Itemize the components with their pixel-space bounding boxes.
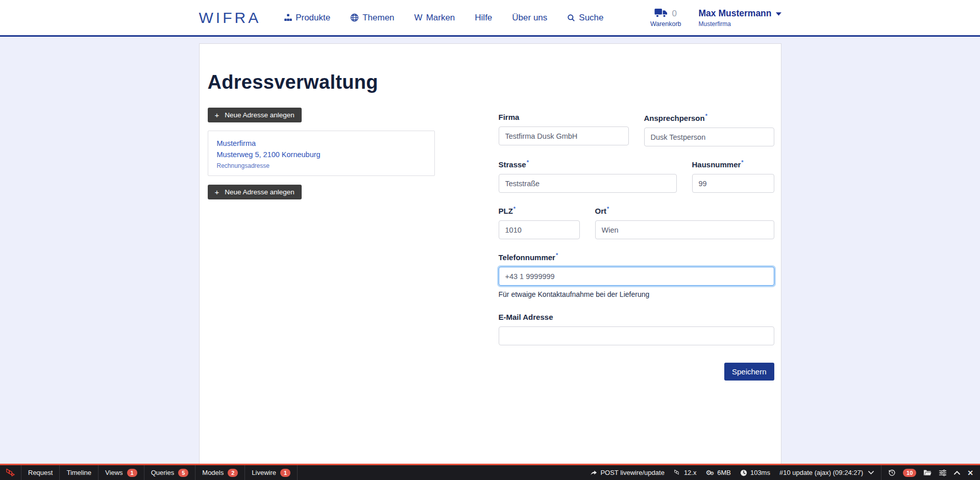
chevron-down-icon xyxy=(776,9,781,18)
telefonnummer-field-group: Telefonnummer* Für etwaige Kontaktaufnah… xyxy=(499,252,774,298)
nav-item-themen[interactable]: Themen xyxy=(350,13,394,23)
folder-icon[interactable] xyxy=(923,469,932,476)
required-asterisk: * xyxy=(556,252,558,258)
requests-dropdown-chevron-icon[interactable] xyxy=(868,471,874,474)
ort-field-group: Ort* xyxy=(595,206,774,239)
clock-icon xyxy=(740,469,747,476)
w-brand-icon: W xyxy=(414,13,423,23)
plus-icon: + xyxy=(215,111,219,119)
debug-request-method[interactable]: POST livewire/update xyxy=(590,469,665,476)
new-address-button-bottom[interactable]: + Neue Adresse anlegen xyxy=(208,185,302,199)
ansprechperson-input[interactable] xyxy=(644,128,774,146)
laravel-icon xyxy=(0,465,21,480)
ansprechperson-label: Ansprechperson* xyxy=(644,113,774,122)
strasse-field-group: Strasse* xyxy=(499,159,677,193)
email-field-group: E-Mail Adresse xyxy=(499,313,774,345)
ort-input[interactable] xyxy=(595,220,774,239)
search-icon xyxy=(567,14,575,22)
debug-tab-views[interactable]: Views 1 xyxy=(99,465,144,480)
plus-icon: + xyxy=(215,188,219,196)
hausnummer-field-group: Hausnummer* xyxy=(692,159,774,193)
views-badge: 1 xyxy=(127,469,137,477)
ort-label: Ort* xyxy=(595,206,774,215)
required-asterisk: * xyxy=(705,113,707,119)
livewire-badge: 1 xyxy=(280,469,290,477)
required-asterisk: * xyxy=(527,159,529,165)
address-name: Musterfirma xyxy=(217,138,426,149)
address-form: Firma Ansprechperson* Strasse* Hausnumme xyxy=(499,108,774,381)
plz-field-group: PLZ* xyxy=(499,206,580,239)
settings-sliders-icon[interactable] xyxy=(939,469,947,476)
laravel-debugbar: Request Timeline Views 1 Queries 5 Model… xyxy=(0,464,980,480)
ansprechperson-field-group: Ansprechperson* xyxy=(644,113,774,146)
debug-tab-models[interactable]: Models 2 xyxy=(195,465,245,480)
debug-memory-usage: ⚙⚙ 6MB xyxy=(705,469,730,476)
debug-tab-livewire[interactable]: Livewire 1 xyxy=(245,465,298,480)
strasse-label: Strasse* xyxy=(499,159,677,169)
required-asterisk: * xyxy=(513,206,516,212)
required-asterisk: * xyxy=(741,159,743,165)
history-icon[interactable] xyxy=(888,469,896,476)
gears-icon: ⚙⚙ xyxy=(705,469,714,476)
sitemap-icon xyxy=(284,14,292,21)
address-list-column: + Neue Adresse anlegen Musterfirma Muste… xyxy=(208,108,435,381)
debug-laravel-version: 12.x xyxy=(674,469,697,476)
history-count-badge: 10 xyxy=(903,469,916,477)
cart-label: Warenkorb xyxy=(650,20,681,28)
queries-badge: 5 xyxy=(178,469,188,477)
email-label: E-Mail Adresse xyxy=(499,313,774,321)
save-button[interactable]: Speichern xyxy=(724,363,774,381)
cart-count: 0 xyxy=(672,9,676,19)
content-card: Adressverwaltung + Neue Adresse anlegen … xyxy=(199,43,781,464)
firma-label: Firma xyxy=(499,113,629,121)
user-name: Max Mustermann xyxy=(699,8,772,19)
nav-item-suche[interactable]: Suche xyxy=(567,13,603,23)
nav-item-hilfe[interactable]: Hilfe xyxy=(475,13,492,23)
laravel-version-icon xyxy=(674,469,681,476)
nav-item-marken[interactable]: W Marken xyxy=(414,13,455,23)
email-input[interactable] xyxy=(499,326,774,345)
debug-tab-queries[interactable]: Queries 5 xyxy=(144,465,196,480)
debug-request-time: 103ms xyxy=(740,469,770,476)
hausnummer-input[interactable] xyxy=(692,174,774,193)
plz-input[interactable] xyxy=(499,220,580,239)
close-icon[interactable]: ✕ xyxy=(967,469,973,477)
plz-label: PLZ* xyxy=(499,206,580,215)
nav-item-produkte[interactable]: Produkte xyxy=(284,13,330,23)
telefonnummer-input[interactable] xyxy=(499,267,774,286)
debug-current-request[interactable]: #10 update (ajax) (09:24:27) xyxy=(779,469,863,476)
telefonnummer-label: Telefonnummer* xyxy=(499,252,774,262)
address-street: Musterweg 5, 2100 Korneuburg xyxy=(217,149,426,160)
chevron-up-icon[interactable] xyxy=(954,471,960,475)
main-nav: Produkte Themen W Marken Hilfe Über uns xyxy=(284,13,603,23)
debug-tab-timeline[interactable]: Timeline xyxy=(60,465,99,480)
models-badge: 2 xyxy=(228,469,238,477)
user-company: Musterfirma xyxy=(699,20,781,28)
page-background: Adressverwaltung + Neue Adresse anlegen … xyxy=(0,37,980,464)
globe-icon xyxy=(350,13,359,22)
required-asterisk: * xyxy=(607,206,609,212)
new-address-button-top[interactable]: + Neue Adresse anlegen xyxy=(208,108,302,122)
cart-button[interactable]: 0 Warenkorb xyxy=(650,8,681,28)
hausnummer-label: Hausnummer* xyxy=(692,159,774,169)
debug-tab-request[interactable]: Request xyxy=(21,465,60,480)
firma-field-group: Firma xyxy=(499,113,629,146)
nav-item-ueber-uns[interactable]: Über uns xyxy=(512,13,547,23)
page-title: Adressverwaltung xyxy=(208,71,773,93)
firma-input[interactable] xyxy=(499,127,629,145)
truck-icon xyxy=(654,8,668,20)
share-icon xyxy=(590,469,597,476)
strasse-input[interactable] xyxy=(499,174,677,193)
address-type-badge: Rechnungsadresse xyxy=(217,162,426,169)
user-menu[interactable]: Max Mustermann Musterfirma xyxy=(699,8,781,28)
wifra-logo[interactable]: WIFRA xyxy=(199,9,261,27)
address-card[interactable]: Musterfirma Musterweg 5, 2100 Korneuburg… xyxy=(208,131,435,176)
site-header: WIFRA Produkte Themen W Marken Hilfe xyxy=(0,0,980,37)
telefonnummer-helper-text: Für etwaige Kontaktaufnahme bei der Lief… xyxy=(499,290,774,298)
